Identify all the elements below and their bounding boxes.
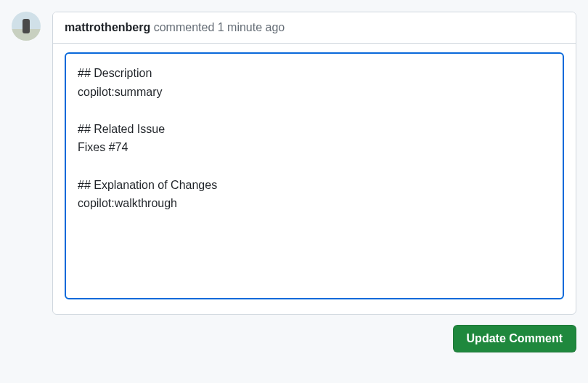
comment-textarea[interactable]: ## Description copilot:summary ## Relate… [65,52,564,299]
comment-container: mattrothenberg commented 1 minute ago ##… [12,12,576,352]
avatar[interactable] [12,12,41,41]
comment-action-text: commented [150,21,217,33]
comment-header: mattrothenberg commented 1 minute ago [53,12,576,44]
comment-actions: Update Comment [52,325,576,352]
comment-author-link[interactable]: mattrothenberg [65,21,150,33]
comment-body-wrap: ## Description copilot:summary ## Relate… [53,44,576,314]
update-comment-button[interactable]: Update Comment [453,325,576,352]
comment-timestamp: 1 minute ago [218,21,285,33]
comment-box: mattrothenberg commented 1 minute ago ##… [52,12,576,315]
